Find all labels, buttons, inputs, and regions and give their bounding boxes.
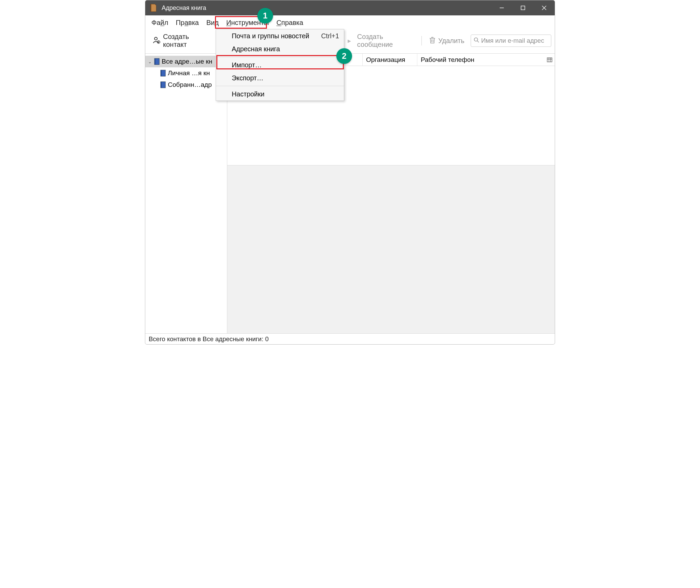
toolbar: Создать контакт ▸ Создать сообщение Удал… [145, 30, 555, 53]
annotation-step-2: 2 [336, 48, 352, 64]
svg-rect-1 [521, 6, 525, 10]
status-text: Всего контактов в Все адресные книги: 0 [149, 335, 269, 343]
menu-view[interactable]: Вид [203, 17, 222, 28]
svg-line-9 [477, 41, 479, 43]
create-contact-button[interactable]: Создать контакт [150, 31, 211, 50]
menu-item-mail-and-newsgroups[interactable]: Почта и группы новостей Ctrl+1 [216, 29, 344, 42]
svg-rect-15 [161, 82, 162, 88]
menu-item-address-book[interactable]: Адресная книга [216, 42, 344, 55]
create-contact-label: Создать контакт [163, 33, 208, 49]
tree-item-personal-book[interactable]: Личная …я кн [145, 67, 227, 79]
trash-icon [429, 37, 435, 45]
tree-root-all-address-books[interactable]: ⌄ Все адре…ые кн [145, 56, 227, 67]
tree-item-label: Личная …я кн [168, 69, 210, 77]
svg-rect-11 [154, 58, 156, 65]
create-message-button: Создать сообщение [354, 31, 417, 50]
create-message-label: Создать сообщение [357, 33, 414, 49]
menu-item-settings[interactable]: Настройки [216, 88, 344, 101]
minimize-button[interactable] [491, 0, 512, 15]
separator [421, 36, 422, 45]
maximize-button[interactable] [512, 0, 534, 15]
window-controls [491, 0, 555, 15]
detail-pane [227, 165, 555, 333]
search-input[interactable]: Имя или e-mail адрес [471, 35, 551, 47]
book-icon [154, 58, 160, 65]
book-icon [160, 81, 166, 88]
svg-point-8 [474, 38, 477, 41]
column-organization[interactable]: Организация [363, 54, 417, 66]
chevron-right-icon: ▸ [348, 37, 351, 45]
chevron-down-icon[interactable]: ⌄ [147, 59, 152, 64]
sidebar: ⌄ Все адре…ые кн Личная …я кн Собранн…ад… [145, 54, 227, 333]
person-add-icon [153, 36, 160, 45]
tree-item-label: Собранн…адр [168, 81, 212, 89]
svg-rect-16 [547, 58, 552, 62]
delete-label: Удалить [438, 37, 464, 45]
tree-root-label: Все адре…ые кн [162, 58, 212, 65]
book-icon [160, 70, 166, 77]
address-book-icon [150, 4, 157, 12]
annotation-step-1: 1 [257, 8, 273, 24]
window-title: Адресная книга [162, 4, 206, 12]
address-book-window: Адресная книга Файл Правка Вид Инструмен… [145, 0, 555, 345]
tools-dropdown: Почта и группы новостей Ctrl+1 Адресная … [216, 29, 344, 101]
menubar: Файл Правка Вид Инструменты Справка [145, 15, 555, 30]
svg-point-4 [154, 37, 157, 40]
column-picker-icon[interactable] [544, 57, 555, 62]
svg-rect-13 [161, 70, 162, 76]
menu-item-export[interactable]: Экспорт… [216, 71, 344, 84]
body: ⌄ Все адре…ые кн Личная …я кн Собранн…ад… [145, 53, 555, 333]
search-placeholder: Имя или e-mail адрес [481, 37, 544, 44]
close-button[interactable] [534, 0, 555, 15]
delete-button: Удалить [427, 35, 467, 46]
shortcut-label: Ctrl+1 [321, 32, 339, 40]
statusbar: Всего контактов в Все адресные книги: 0 [145, 333, 555, 344]
titlebar: Адресная книга [145, 0, 555, 15]
menu-file[interactable]: Файл [148, 17, 172, 28]
tree-item-collected-addresses[interactable]: Собранн…адр [145, 79, 227, 91]
column-work-phone[interactable]: Рабочий телефон [417, 54, 544, 66]
menu-separator [216, 57, 344, 57]
menu-separator [216, 86, 344, 86]
menu-edit[interactable]: Правка [172, 17, 202, 28]
menu-help[interactable]: Справка [273, 17, 307, 28]
search-icon [474, 37, 479, 44]
menu-item-import[interactable]: Импорт… [216, 58, 344, 71]
